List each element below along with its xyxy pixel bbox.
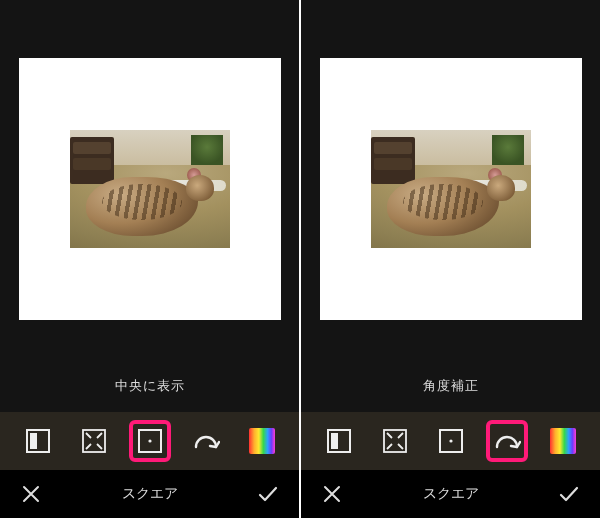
bottom-bar: スクエア bbox=[301, 470, 600, 518]
cancel-button[interactable] bbox=[317, 479, 347, 509]
margin-icon bbox=[326, 428, 352, 454]
tool-hint-label: 角度補正 bbox=[301, 360, 600, 412]
center-tool[interactable] bbox=[433, 423, 469, 459]
toolbar bbox=[0, 412, 299, 470]
fit-icon bbox=[81, 428, 107, 454]
center-tool[interactable] bbox=[132, 423, 168, 459]
toolbar bbox=[301, 412, 600, 470]
rotate-icon bbox=[192, 431, 220, 451]
center-icon bbox=[438, 428, 464, 454]
svg-point-9 bbox=[449, 439, 452, 442]
color-icon bbox=[550, 428, 576, 454]
svg-point-4 bbox=[148, 439, 151, 442]
bottom-bar: スクエア bbox=[0, 470, 299, 518]
editor-screen-left: 中央に表示 スクエア bbox=[0, 0, 299, 518]
svg-rect-6 bbox=[331, 433, 338, 449]
check-icon bbox=[559, 485, 579, 503]
photo-preview bbox=[371, 130, 531, 248]
color-tool[interactable] bbox=[244, 423, 280, 459]
margin-icon bbox=[25, 428, 51, 454]
fit-tool[interactable] bbox=[76, 423, 112, 459]
center-icon bbox=[137, 428, 163, 454]
rotate-tool[interactable] bbox=[489, 423, 525, 459]
fit-tool[interactable] bbox=[377, 423, 413, 459]
margin-tool[interactable] bbox=[321, 423, 357, 459]
side-by-side-screenshots: 中央に表示 スクエア bbox=[0, 0, 600, 518]
cancel-button[interactable] bbox=[16, 479, 46, 509]
square-canvas[interactable] bbox=[320, 58, 582, 320]
color-tool[interactable] bbox=[545, 423, 581, 459]
margin-tool[interactable] bbox=[20, 423, 56, 459]
square-canvas[interactable] bbox=[19, 58, 281, 320]
rotate-icon bbox=[493, 431, 521, 451]
editor-screen-right: 角度補正 スクエア bbox=[301, 0, 600, 518]
mode-label: スクエア bbox=[122, 485, 178, 503]
close-icon bbox=[323, 485, 341, 503]
check-icon bbox=[258, 485, 278, 503]
svg-rect-1 bbox=[30, 433, 37, 449]
color-icon bbox=[249, 428, 275, 454]
rotate-tool[interactable] bbox=[188, 423, 224, 459]
confirm-button[interactable] bbox=[554, 479, 584, 509]
canvas-area bbox=[301, 0, 600, 360]
mode-label: スクエア bbox=[423, 485, 479, 503]
confirm-button[interactable] bbox=[253, 479, 283, 509]
close-icon bbox=[22, 485, 40, 503]
tool-hint-label: 中央に表示 bbox=[0, 360, 299, 412]
fit-icon bbox=[382, 428, 408, 454]
canvas-area bbox=[0, 0, 299, 360]
photo-preview bbox=[70, 130, 230, 248]
